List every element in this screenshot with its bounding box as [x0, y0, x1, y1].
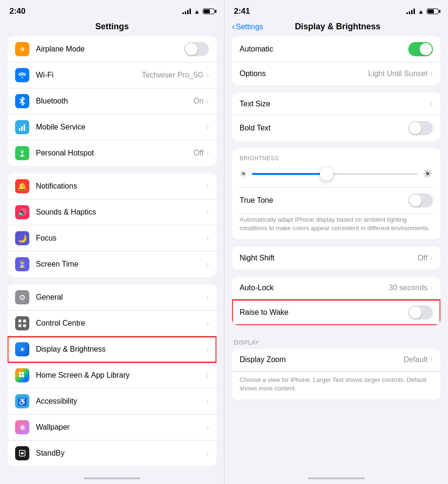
bold-text-label: Bold Text — [240, 124, 408, 132]
text-size-label: Text Size — [240, 100, 431, 108]
notifications-row[interactable]: 🔔 Notifications › — [8, 173, 216, 199]
true-tone-toggle[interactable] — [408, 193, 433, 207]
display-zoom-desc-row: Choose a view for iPhone. Larger Text sh… — [232, 372, 440, 399]
brightness-section: BRIGHTNESS ☀ ☀ True Tone Automatically a… — [232, 148, 440, 239]
svg-rect-10 — [19, 375, 21, 377]
accessibility-icon: ♿ — [15, 394, 29, 408]
wallpaper-row[interactable]: ❀ Wallpaper › — [8, 415, 216, 441]
control-centre-row[interactable]: Control Centre › — [8, 311, 216, 337]
accessibility-row[interactable]: ♿ Accessibility › — [8, 389, 216, 415]
wifi-row[interactable]: Wi-Fi Techwiser Pro_5G › — [8, 62, 216, 88]
personal-hotspot-row[interactable]: Personal Hotspot Off › — [8, 140, 216, 166]
brightness-slider-row[interactable]: ☀ ☀ — [240, 167, 433, 181]
auto-lock-label: Auto-Lock — [240, 284, 389, 292]
text-group: Text Size › Bold Text — [232, 93, 440, 141]
airplane-mode-label: Airplane Mode — [36, 45, 184, 53]
svg-point-3 — [21, 152, 23, 154]
svg-rect-1 — [21, 126, 23, 131]
network-group: ✈ Airplane Mode Wi-Fi Techwiser Pro_5G › — [8, 36, 216, 166]
focus-row[interactable]: 🌙 Focus › — [8, 225, 216, 251]
settings-content: ✈ Airplane Mode Wi-Fi Techwiser Pro_5G › — [0, 36, 224, 474]
raise-to-wake-row[interactable]: Raise to Wake — [232, 300, 440, 325]
brightness-slider-track[interactable] — [252, 173, 418, 175]
status-bar-left: 2:40 ▲ — [0, 0, 224, 20]
notifications-chevron: › — [207, 182, 209, 190]
wifi-icon: ▲ — [194, 8, 200, 15]
display-zoom-value: Default — [404, 355, 428, 364]
night-shift-chevron: › — [431, 254, 433, 262]
display-zoom-label: Display Zoom — [240, 355, 404, 364]
night-shift-value: Off — [418, 254, 428, 262]
right-panel: 2:41 ▲ ‹ Settings Display & Brightness — [224, 0, 448, 484]
airplane-mode-row[interactable]: ✈ Airplane Mode — [8, 36, 216, 62]
wifi-icon-row — [15, 68, 29, 82]
text-size-row[interactable]: Text Size › — [232, 93, 440, 115]
automatic-toggle[interactable] — [408, 42, 433, 56]
raise-to-wake-toggle[interactable] — [408, 305, 433, 320]
mobile-service-row[interactable]: Mobile Service › — [8, 114, 216, 140]
wallpaper-chevron: › — [207, 423, 209, 432]
status-icons-right: ▲ — [406, 8, 439, 15]
sounds-haptics-chevron: › — [207, 208, 209, 216]
back-chevron-icon: ‹ — [232, 22, 235, 32]
display-brightness-row[interactable]: ☀ Display & Brightness › — [8, 337, 216, 363]
sounds-haptics-icon: 🔊 — [15, 205, 29, 219]
svg-rect-8 — [19, 372, 21, 374]
brightness-slider-thumb[interactable] — [320, 167, 333, 181]
svg-rect-5 — [23, 320, 26, 322]
home-screen-icon — [15, 368, 29, 382]
settings-title: Settings — [8, 22, 216, 32]
status-icons-left: ▲ — [182, 8, 215, 15]
bold-text-row[interactable]: Bold Text — [232, 115, 440, 141]
signal-icon-right — [406, 9, 415, 14]
automatic-label: Automatic — [240, 45, 408, 53]
automatic-row[interactable]: Automatic — [232, 36, 440, 62]
back-button[interactable]: ‹ Settings — [232, 22, 263, 32]
screen-time-row[interactable]: ⏳ Screen Time › — [8, 251, 216, 277]
control-centre-label: Control Centre — [36, 319, 207, 328]
personal-hotspot-chevron: › — [207, 149, 209, 157]
system-group: 🔔 Notifications › 🔊 Sounds & Haptics › 🌙… — [8, 173, 216, 277]
control-centre-chevron: › — [207, 319, 209, 328]
notifications-icon: 🔔 — [15, 179, 29, 193]
screen-time-chevron: › — [207, 260, 209, 268]
display-zoom-row[interactable]: Display Zoom Default › — [232, 349, 440, 372]
wifi-value: Techwiser Pro_5G — [142, 71, 204, 79]
home-screen-label: Home Screen & App Library — [36, 371, 207, 380]
options-row[interactable]: Options Light Until Sunset › — [232, 62, 440, 85]
standby-row[interactable]: StandBy › — [8, 441, 216, 466]
mobile-service-chevron: › — [207, 123, 209, 131]
brightness-section-header: BRIGHTNESS — [240, 155, 433, 162]
status-bar-right: 2:41 ▲ — [224, 0, 448, 20]
true-tone-row[interactable]: True Tone — [240, 188, 433, 214]
airplane-mode-toggle[interactable] — [184, 42, 209, 56]
appearance-group: Automatic Options Light Until Sunset › — [232, 36, 440, 85]
display-section-header: DISPLAY — [232, 333, 440, 349]
home-screen-chevron: › — [207, 371, 209, 380]
display-brightness-chevron: › — [207, 345, 209, 354]
nav-bar-right: ‹ Settings Display & Brightness — [224, 20, 448, 36]
home-screen-row[interactable]: Home Screen & App Library › — [8, 363, 216, 389]
svg-rect-7 — [23, 324, 26, 327]
bold-text-toggle[interactable] — [408, 121, 433, 135]
auto-lock-row[interactable]: Auto-Lock 30 seconds › — [232, 277, 440, 300]
standby-label: StandBy — [36, 449, 207, 458]
wallpaper-label: Wallpaper — [36, 423, 207, 432]
sounds-haptics-row[interactable]: 🔊 Sounds & Haptics › — [8, 199, 216, 225]
home-indicator-left — [84, 477, 140, 479]
night-shift-group: Night Shift Off › — [232, 247, 440, 269]
left-panel: 2:40 ▲ Settings ✈ Airplane Mode — [0, 0, 224, 484]
notifications-label: Notifications — [36, 182, 207, 190]
auto-lock-value: 30 seconds — [389, 284, 428, 292]
focus-label: Focus — [36, 234, 207, 242]
options-value: Light Until Sunset — [368, 69, 427, 78]
bluetooth-row[interactable]: Bluetooth On › — [8, 88, 216, 114]
options-label: Options — [240, 69, 368, 78]
raise-to-wake-label: Raise to Wake — [240, 308, 408, 317]
battery-icon — [203, 9, 215, 14]
general-row[interactable]: ⚙ General › — [8, 285, 216, 311]
autolock-group: Auto-Lock 30 seconds › Raise to Wake — [232, 277, 440, 325]
wifi-icon-right: ▲ — [418, 8, 424, 15]
night-shift-row[interactable]: Night Shift Off › — [232, 247, 440, 269]
signal-icon — [182, 9, 191, 14]
